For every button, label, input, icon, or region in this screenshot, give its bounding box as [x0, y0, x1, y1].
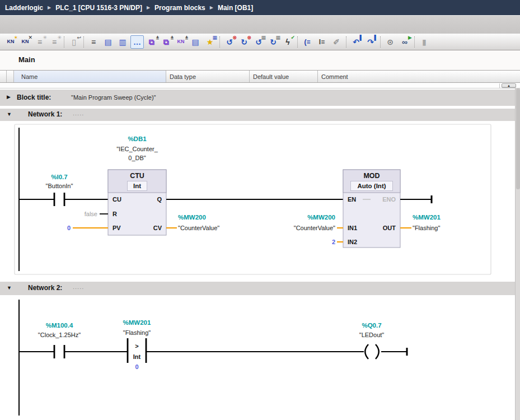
pin-pv: PV — [113, 225, 121, 231]
toolbar-separator — [346, 36, 346, 48]
compare-contact[interactable]: %MW201 "Flashing" > Int 0 — [123, 319, 151, 370]
collapse-arrow-icon: ▲ — [507, 84, 510, 87]
block-title-value[interactable]: "Main Program Sweep (Cycle)" — [71, 94, 156, 101]
ctu-block[interactable]: CTU Int CU R PV Q CV — [108, 170, 166, 235]
ctu-title: CTU — [130, 172, 144, 180]
synchronize-block-icon[interactable]: ↻▦ — [266, 35, 280, 49]
operand-address[interactable]: %MW200 — [307, 214, 335, 221]
ladder-canvas: %I0.7 "ButtonIn" %DB1 "IEC_Counter_ 0_DB… — [0, 88, 520, 420]
insert-row-after-badge-icon: ✳ — [57, 35, 62, 40]
collapse-box-parameters-icon[interactable]: ⧉± — [160, 35, 173, 49]
operand-name[interactable]: "LEDout" — [359, 332, 385, 338]
mod-block[interactable]: MOD Auto (Int) EN ENO IN1 IN2 OUT — [343, 170, 400, 248]
breadcrumb-plc[interactable]: PLC_1 [CPU 1516-3 PN/DP] — [55, 4, 142, 12]
update-block-calls-icon[interactable]: ↺▦ — [252, 35, 265, 49]
db-instance-name[interactable]: "IEC_Counter_ — [116, 146, 158, 152]
operand-address[interactable]: %MW201 — [413, 214, 441, 221]
favorites-icon[interactable]: ★▦ — [203, 35, 217, 49]
operand-address[interactable]: %I0.7 — [51, 174, 67, 180]
collapse-down-icon[interactable]: ▼ — [7, 286, 12, 291]
toolbar-separator — [297, 36, 298, 48]
header-data-type[interactable]: Data type — [166, 71, 250, 82]
breadcrumb-program-blocks[interactable]: Program blocks — [154, 4, 205, 12]
lad-program-editor: ▶ Block title: "Main Program Sweep (Cycl… — [0, 88, 520, 420]
go-to-next-error-badge-icon: ⊗ — [247, 35, 251, 40]
operand-name[interactable]: "ButtonIn" — [46, 183, 73, 189]
network-2-header[interactable]: ▼ Network 2: ..... — [0, 282, 515, 295]
header-default-value[interactable]: Default value — [250, 71, 318, 82]
insert-row-before-icon[interactable]: ≡✳ — [33, 35, 46, 49]
search-in-call-structure-icon[interactable]: ⊙ — [383, 35, 397, 49]
tia-lad-editor: Ladderlogic ▶ PLC_1 [CPU 1516-3 PN/DP] ▶… — [0, 0, 520, 420]
header-name[interactable]: Name — [14, 71, 166, 82]
jump-backward-icon[interactable]: ↶▌ — [349, 35, 363, 49]
mod-type[interactable]: Auto (Int) — [357, 183, 386, 189]
pin-en: EN — [348, 196, 356, 203]
operand-name[interactable]: "Flashing" — [123, 329, 151, 336]
compare-type[interactable]: Int — [133, 353, 141, 360]
expand-box-parameters-badge-icon: ± — [156, 35, 159, 40]
ctu-type[interactable]: Int — [133, 183, 141, 189]
data-block-icon[interactable]: ▮ — [418, 35, 431, 49]
in2-input-value[interactable]: 2 — [332, 239, 335, 245]
jump-forward-icon[interactable]: ↷▌ — [364, 35, 377, 49]
pin-r: R — [113, 211, 117, 217]
monitor-selection-icon[interactable]: I≡ — [315, 35, 329, 49]
modify-operand-icon[interactable]: ✐ — [330, 35, 343, 49]
collapse-networks-icon[interactable]: KN± — [174, 35, 188, 49]
operand-name[interactable]: "Flashing" — [413, 225, 440, 231]
insert-row-before-badge-icon: ✳ — [43, 35, 47, 40]
breadcrumb-project[interactable]: Ladderlogic — [5, 4, 43, 12]
header-comment[interactable]: Comment — [318, 71, 520, 82]
toolbar-separator — [83, 36, 84, 48]
operand-address[interactable]: %M100.4 — [46, 322, 73, 329]
go-to-previous-error-icon[interactable]: ↺⊗ — [223, 35, 236, 49]
network-comments-icon[interactable]: … — [130, 35, 144, 49]
network-1-header[interactable]: ▼ Network 1: ..... — [0, 109, 515, 121]
operand-name[interactable]: "CounterValue" — [178, 225, 219, 231]
expand-right-icon[interactable]: ▶ — [7, 95, 11, 100]
network-sequence-icon[interactable]: ▥ — [116, 35, 129, 49]
vertical-scrollbar[interactable] — [515, 88, 520, 420]
operand-address[interactable]: %Q0.7 — [362, 322, 381, 329]
network-overview-icon[interactable]: ▤ — [101, 35, 115, 49]
r-input-value[interactable]: false — [85, 211, 97, 217]
network-2-comment[interactable]: ..... — [73, 283, 84, 290]
compare-operator[interactable]: > — [135, 343, 138, 349]
pin-in2: IN2 — [348, 239, 357, 245]
compare-value[interactable]: 0 — [135, 363, 138, 370]
collapse-interface-button[interactable]: ▲ — [502, 83, 516, 88]
insert-network-icon[interactable]: KN✶ — [4, 35, 17, 49]
reset-start-values-icon[interactable]: ▯↩ — [67, 35, 81, 49]
go-to-next-error-icon[interactable]: ↻⊗ — [237, 35, 251, 49]
breadcrumb-main-ob1[interactable]: Main [OB1] — [218, 4, 253, 12]
operand-address[interactable]: %MW201 — [123, 319, 151, 326]
pin-out: OUT — [383, 225, 396, 231]
network-1-comment[interactable]: ..... — [73, 110, 84, 116]
operand-name[interactable]: "Clock_1.25Hz" — [38, 332, 81, 338]
insert-row-after-icon[interactable]: ≡✳ — [48, 35, 61, 49]
breadcrumb-arrow-icon: ▶ — [48, 5, 51, 10]
output-coil[interactable]: %Q0.7 "LEDout" — [359, 322, 385, 359]
mod-title: MOD — [363, 172, 380, 180]
test-with-glasses-icon[interactable]: ∞▶ — [398, 35, 411, 49]
jump-forward-badge-icon: ▌ — [374, 35, 378, 40]
monitoring-on-off-icon[interactable]: (≡ — [301, 35, 314, 49]
collapse-down-icon[interactable]: ▼ — [7, 112, 12, 117]
block-title-row[interactable]: ▶ Block title: "Main Program Sweep (Cycl… — [0, 90, 515, 106]
delete-network-icon[interactable]: KN✕ — [18, 35, 32, 49]
reset-start-values-badge-icon: ↩ — [77, 35, 81, 40]
synchronize-block-badge-icon: ▦ — [275, 35, 280, 40]
db-instance-address[interactable]: %DB1 — [128, 136, 147, 142]
toolbar-separator — [380, 36, 381, 48]
operand-address[interactable]: %MW200 — [178, 214, 206, 221]
collapse-box-parameters-badge-icon: ± — [171, 35, 174, 40]
absolute-operands-icon[interactable]: ≡ — [87, 35, 100, 49]
operand-name[interactable]: "CounterValue" — [294, 225, 335, 231]
expand-networks-icon[interactable]: ▤ — [189, 35, 202, 49]
expand-box-parameters-icon[interactable]: ⧉± — [145, 35, 158, 49]
pv-input-value[interactable]: 0 — [67, 225, 71, 231]
consistency-check-icon[interactable]: ϟ✔ — [281, 35, 294, 49]
scrollbar-thumb[interactable] — [516, 88, 520, 189]
db-instance-name[interactable]: 0_DB" — [128, 155, 146, 161]
